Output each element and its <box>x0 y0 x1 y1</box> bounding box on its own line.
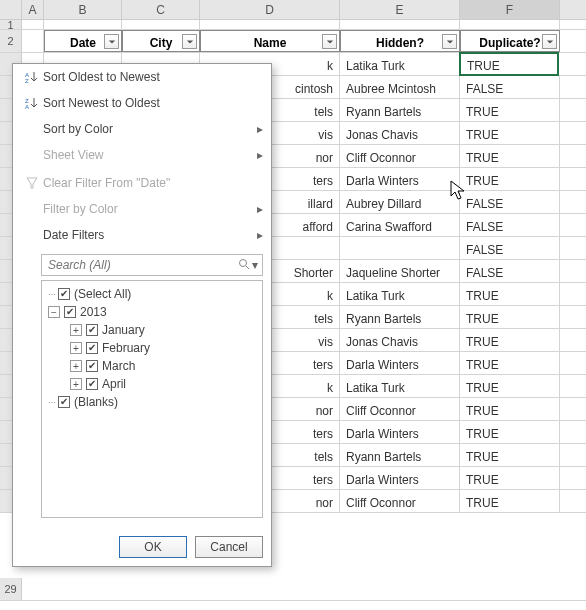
date-filters[interactable]: Date Filters ▸ <box>13 222 271 248</box>
cell-hidden[interactable]: Darla Winters <box>340 352 460 374</box>
cell-hidden[interactable]: Ryann Bartels <box>340 306 460 328</box>
expand-icon[interactable]: + <box>70 324 82 336</box>
tree-year[interactable]: − ✔ 2013 <box>44 303 260 321</box>
cell-duplicate[interactable]: TRUE <box>460 145 560 167</box>
filter-icon[interactable] <box>104 34 119 49</box>
checkbox-icon[interactable]: ✔ <box>86 324 98 336</box>
filter-color: Filter by Color ▸ <box>13 196 271 222</box>
sort-desc[interactable]: ZA Sort Newest to Oldest <box>13 90 271 116</box>
filter-icon[interactable] <box>542 34 557 49</box>
checkbox-icon[interactable]: ✔ <box>86 378 98 390</box>
search-input[interactable]: ▾ <box>41 254 263 276</box>
cell-duplicate[interactable]: TRUE <box>460 490 560 512</box>
cell-duplicate[interactable]: TRUE <box>460 421 560 443</box>
search-icon <box>238 258 250 273</box>
filter-icon[interactable] <box>442 34 457 49</box>
cell-hidden[interactable]: Darla Winters <box>340 168 460 190</box>
cell-hidden[interactable]: Cliff Oconnor <box>340 145 460 167</box>
cell-hidden[interactable]: Aubrey Dillard <box>340 191 460 213</box>
col-b[interactable]: B <box>44 0 122 19</box>
cell-hidden[interactable]: Darla Winters <box>340 467 460 489</box>
cell-duplicate[interactable]: TRUE <box>460 329 560 351</box>
chevron-right-icon: ▸ <box>257 202 263 216</box>
filter-icon[interactable] <box>322 34 337 49</box>
sort-asc[interactable]: AZ Sort Oldest to Newest <box>13 64 271 90</box>
cell-hidden[interactable]: Carina Swafford <box>340 214 460 236</box>
cell-duplicate[interactable]: TRUE <box>460 375 560 397</box>
cell-duplicate[interactable]: FALSE <box>460 76 560 98</box>
cell-hidden[interactable]: Latika Turk <box>340 283 460 305</box>
cell-duplicate[interactable]: TRUE <box>460 168 560 190</box>
cell-hidden[interactable]: Cliff Oconnor <box>340 490 460 512</box>
cell-duplicate[interactable]: TRUE <box>460 467 560 489</box>
col-c[interactable]: C <box>122 0 200 19</box>
expand-icon[interactable]: + <box>70 342 82 354</box>
cell-hidden[interactable]: Ryann Bartels <box>340 444 460 466</box>
tree-month[interactable]: +✔February <box>44 339 260 357</box>
cell-duplicate[interactable]: TRUE <box>460 444 560 466</box>
cell-hidden[interactable]: Latika Turk <box>340 53 460 75</box>
header-city[interactable]: City <box>122 30 200 52</box>
header-label: Hidden? <box>376 36 424 50</box>
col-d[interactable]: D <box>200 0 340 19</box>
checkbox-icon[interactable]: ✔ <box>64 306 76 318</box>
checkbox-icon[interactable]: ✔ <box>86 342 98 354</box>
cell-duplicate[interactable]: TRUE <box>460 122 560 144</box>
tree-select-all[interactable]: ⋯ ✔ (Select All) <box>44 285 260 303</box>
col-e[interactable]: E <box>340 0 460 19</box>
chevron-right-icon: ▸ <box>257 148 263 162</box>
header-label: Date <box>70 36 96 50</box>
row-num[interactable]: 1 <box>0 20 22 29</box>
tree-label: February <box>102 341 150 355</box>
cell-duplicate[interactable]: TRUE <box>460 283 560 305</box>
checkbox-icon[interactable]: ✔ <box>86 360 98 372</box>
header-duplicate[interactable]: Duplicate? <box>460 30 560 52</box>
expand-icon[interactable]: + <box>70 378 82 390</box>
header-hidden[interactable]: Hidden? <box>340 30 460 52</box>
tree-blanks[interactable]: ⋯ ✔ (Blanks) <box>44 393 260 411</box>
filter-icon[interactable] <box>182 34 197 49</box>
row-num[interactable]: 29 <box>0 578 22 600</box>
header-date[interactable]: Date <box>44 30 122 52</box>
sort-color[interactable]: Sort by Color ▸ <box>13 116 271 142</box>
cell-duplicate[interactable]: TRUE <box>460 306 560 328</box>
cell-hidden[interactable]: Jonas Chavis <box>340 122 460 144</box>
chevron-right-icon: ▸ <box>257 122 263 136</box>
collapse-icon[interactable]: − <box>48 306 60 318</box>
cell-duplicate[interactable]: FALSE <box>460 260 560 282</box>
ok-button[interactable]: OK <box>119 536 187 558</box>
col-a[interactable]: A <box>22 0 44 19</box>
cell-duplicate[interactable]: FALSE <box>460 214 560 236</box>
cell-duplicate[interactable]: TRUE <box>460 99 560 121</box>
cell-hidden[interactable] <box>340 237 460 259</box>
cell-duplicate[interactable]: FALSE <box>460 237 560 259</box>
cell-hidden[interactable]: Ryann Bartels <box>340 99 460 121</box>
header-name[interactable]: Name <box>200 30 340 52</box>
select-all-corner[interactable] <box>0 0 22 19</box>
svg-text:A: A <box>25 104 29 110</box>
expand-icon[interactable]: + <box>70 360 82 372</box>
menu-label: Sort Newest to Oldest <box>43 96 263 110</box>
cell-duplicate[interactable]: TRUE <box>459 52 559 76</box>
tree-month[interactable]: +✔April <box>44 375 260 393</box>
chevron-down-icon[interactable]: ▾ <box>252 258 258 272</box>
tree-month[interactable]: +✔March <box>44 357 260 375</box>
tree-month[interactable]: +✔January <box>44 321 260 339</box>
cell-hidden[interactable]: Aubree Mcintosh <box>340 76 460 98</box>
row-num[interactable]: 2 <box>0 30 22 52</box>
col-f[interactable]: F <box>460 0 560 19</box>
cell-hidden[interactable]: Jaqueline Shorter <box>340 260 460 282</box>
tree-label: (Blanks) <box>74 395 118 409</box>
checkbox-icon[interactable]: ✔ <box>58 288 70 300</box>
cancel-button[interactable]: Cancel <box>195 536 263 558</box>
cell-duplicate[interactable]: TRUE <box>460 352 560 374</box>
cell-hidden[interactable]: Jonas Chavis <box>340 329 460 351</box>
filter-tree[interactable]: ⋯ ✔ (Select All) − ✔ 2013 +✔January+✔Feb… <box>41 280 263 518</box>
cell-duplicate[interactable]: FALSE <box>460 191 560 213</box>
cell-hidden[interactable]: Cliff Oconnor <box>340 398 460 420</box>
checkbox-icon[interactable]: ✔ <box>58 396 70 408</box>
search-field[interactable] <box>46 257 238 273</box>
cell-duplicate[interactable]: TRUE <box>460 398 560 420</box>
cell-hidden[interactable]: Latika Turk <box>340 375 460 397</box>
cell-hidden[interactable]: Darla Winters <box>340 421 460 443</box>
